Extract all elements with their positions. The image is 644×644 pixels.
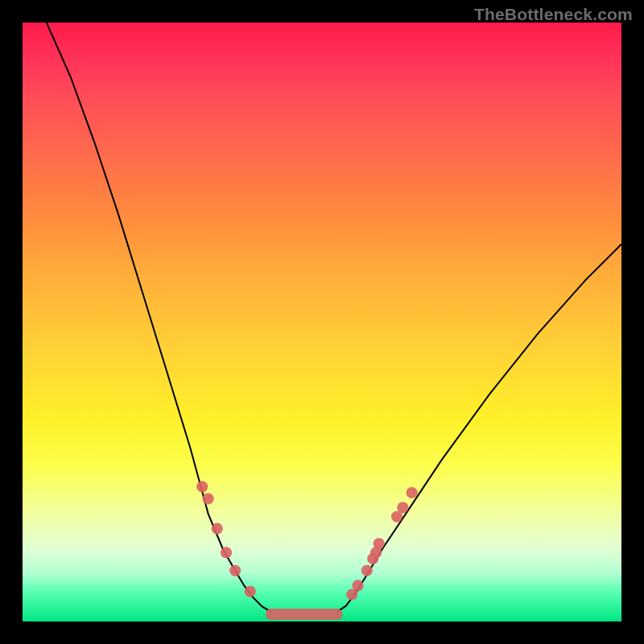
marker-left-3 xyxy=(221,547,232,558)
floor-band xyxy=(266,609,343,620)
chart-svg xyxy=(23,23,621,621)
marker-left-0 xyxy=(196,481,208,493)
marker-right-7 xyxy=(397,502,408,514)
marker-left-5 xyxy=(245,586,256,597)
marker-left-4 xyxy=(229,565,241,576)
marker-right-2 xyxy=(361,565,373,576)
marker-right-8 xyxy=(407,487,418,498)
watermark-text: TheBottleneck.com xyxy=(474,5,633,24)
chart-frame: TheBottleneck.com xyxy=(0,0,644,644)
marker-left-2 xyxy=(212,523,223,535)
marker-right-5 xyxy=(374,538,385,549)
marker-right-1 xyxy=(353,580,364,591)
marker-left-1 xyxy=(203,493,214,504)
curve-left-curve xyxy=(47,23,271,612)
plot-area xyxy=(23,23,621,621)
